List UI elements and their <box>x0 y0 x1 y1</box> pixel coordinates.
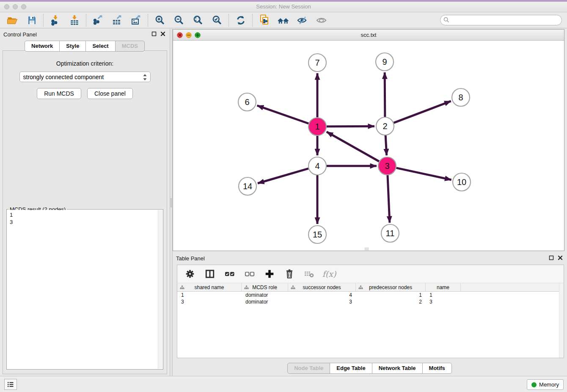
close-table-panel-icon[interactable] <box>558 255 563 260</box>
edge-4-14[interactable] <box>258 168 308 183</box>
column-header-MCDS-role[interactable]: MCDS role <box>242 283 288 291</box>
table-cell[interactable]: 4 <box>288 292 356 298</box>
node-2[interactable]: 2 <box>376 117 394 135</box>
node-4[interactable]: 4 <box>308 157 326 175</box>
save-icon[interactable] <box>26 15 37 26</box>
export-image-icon[interactable] <box>130 15 142 26</box>
table-cell[interactable]: 1 <box>426 292 461 298</box>
tab-edge-table[interactable]: Edge Table <box>330 363 372 374</box>
result-scrollbar[interactable] <box>158 210 162 369</box>
node-7[interactable]: 7 <box>308 54 326 72</box>
edge-3-10[interactable] <box>396 168 451 180</box>
column-header-shared-name[interactable]: shared name <box>177 283 242 291</box>
table-panel: Table Panel f(x) shared nameMCDS rolesuc… <box>173 253 567 376</box>
column-header-name[interactable]: name <box>426 283 461 291</box>
node-8[interactable]: 8 <box>452 88 470 106</box>
vertical-splitter[interactable] <box>170 29 173 376</box>
resize-handle[interactable] <box>365 248 369 250</box>
table-cell[interactable]: 2 <box>356 298 426 305</box>
edge-2-9[interactable] <box>385 72 385 117</box>
tab-network[interactable]: Network <box>25 41 60 52</box>
memory-status-dot <box>531 382 537 387</box>
close-panel-icon[interactable] <box>160 31 165 36</box>
hide-selected-eye-icon[interactable] <box>297 15 308 26</box>
search-input[interactable] <box>440 15 562 25</box>
edge-2-3[interactable] <box>385 135 387 155</box>
criterion-dropdown[interactable]: strongly connected component <box>19 72 151 82</box>
toolbar-group <box>86 15 148 26</box>
zoom-selected-icon[interactable] <box>211 15 223 26</box>
table-cell[interactable]: 1 <box>356 292 426 298</box>
node-1[interactable]: 1 <box>308 118 326 135</box>
copy-network-icon[interactable] <box>259 15 270 26</box>
table-body: 1dominator4113dominator323 <box>177 292 564 305</box>
edge-3-1[interactable] <box>327 132 379 161</box>
columns-icon[interactable] <box>204 268 215 279</box>
select-all-checks-icon[interactable] <box>224 268 235 279</box>
node-9[interactable]: 9 <box>376 53 394 71</box>
home-nested-networks-icon[interactable] <box>278 15 289 26</box>
search-box <box>440 15 562 25</box>
node-15[interactable]: 15 <box>308 226 326 243</box>
import-network-icon[interactable] <box>50 15 61 26</box>
table-scrollbar[interactable] <box>559 284 564 358</box>
table-row[interactable]: 1dominator411 <box>177 292 564 298</box>
node-10[interactable]: 10 <box>453 173 471 191</box>
network-graph[interactable]: 7968124314101511 <box>173 41 564 251</box>
open-folder-icon[interactable] <box>7 15 18 26</box>
task-history-button[interactable] <box>4 379 17 390</box>
float-table-panel-icon[interactable] <box>549 255 554 260</box>
tab-motifs[interactable]: Motifs <box>422 363 452 374</box>
zoom-fit-icon[interactable] <box>192 15 204 26</box>
export-network-icon[interactable] <box>92 15 104 26</box>
edge-3-11[interactable] <box>388 175 390 223</box>
column-header-predecessor-nodes[interactable]: predecessor nodes <box>356 283 426 291</box>
memory-button[interactable]: Memory <box>527 379 564 390</box>
svg-text:14: 14 <box>243 182 252 191</box>
edge-1-2[interactable] <box>327 126 374 127</box>
tab-mcds[interactable]: MCDS <box>115 41 145 52</box>
tab-style[interactable]: Style <box>59 41 86 52</box>
add-icon[interactable] <box>264 268 275 279</box>
node-11[interactable]: 11 <box>381 224 399 242</box>
svg-text:6: 6 <box>245 97 249 107</box>
refresh-layout-icon[interactable] <box>235 15 246 26</box>
export-table-icon[interactable] <box>111 15 123 26</box>
node-3[interactable]: 3 <box>378 157 396 175</box>
table-cell[interactable]: dominator <box>242 292 288 298</box>
close-panel-button[interactable]: Close panel <box>87 88 133 99</box>
edge-1-6[interactable] <box>257 105 309 123</box>
svg-text:11: 11 <box>386 229 395 238</box>
network-window-titlebar[interactable]: scc.txt <box>173 30 564 41</box>
mcds-result-text[interactable]: 1 3 <box>7 210 158 369</box>
mcds-result-group: MCDS result (2 nodes) 1 3 <box>6 209 163 370</box>
trash-icon[interactable] <box>284 268 295 279</box>
import-table-icon[interactable] <box>69 15 80 26</box>
deselect-checks-icon[interactable] <box>244 268 255 279</box>
node-6[interactable]: 6 <box>238 93 256 111</box>
float-panel-icon[interactable] <box>151 31 157 36</box>
zoom-out-icon[interactable] <box>173 15 184 26</box>
column-header-successor-nodes[interactable]: successor nodes <box>288 283 356 291</box>
zoom-in-icon[interactable] <box>154 15 165 26</box>
table-cell[interactable]: dominator <box>242 298 288 305</box>
table-cell[interactable]: 3 <box>288 298 356 305</box>
tab-network-table[interactable]: Network Table <box>372 363 423 374</box>
toolbar-group <box>44 15 86 26</box>
table-cell[interactable]: 1 <box>177 292 242 298</box>
node-14[interactable]: 14 <box>239 177 256 195</box>
table-cell[interactable]: 3 <box>177 298 242 305</box>
search-icon <box>443 17 449 23</box>
run-mcds-button[interactable]: Run MCDS <box>37 88 81 99</box>
tab-select[interactable]: Select <box>85 41 115 52</box>
gear-icon[interactable] <box>184 268 195 279</box>
network-canvas[interactable]: 7968124314101511 <box>173 41 564 251</box>
tab-node-table[interactable]: Node Table <box>287 363 330 374</box>
network-view-window: scc.txt 7968124314101511 <box>173 29 564 251</box>
memory-label: Memory <box>539 381 559 388</box>
table-cell[interactable]: 3 <box>426 298 461 305</box>
network-title: scc.txt <box>173 32 564 38</box>
table-tabs: Node TableEdge TableNetwork TableMotifs <box>173 363 567 374</box>
edge-2-8[interactable] <box>394 101 451 123</box>
table-row[interactable]: 3dominator323 <box>177 298 564 305</box>
